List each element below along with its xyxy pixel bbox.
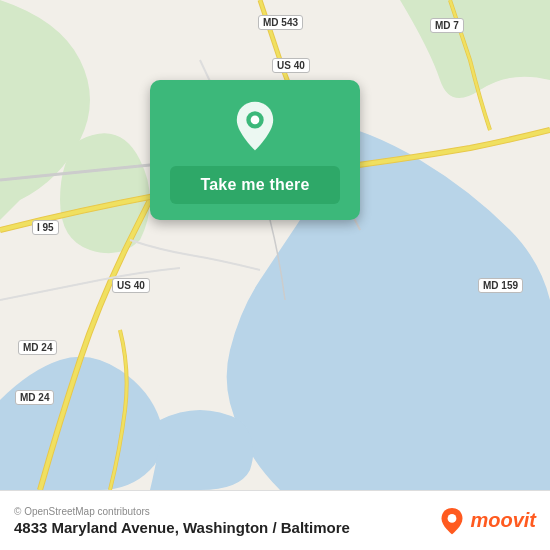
address-text: 4833 Maryland Avenue, Washington / Balti… xyxy=(14,519,350,536)
road-label-i95: I 95 xyxy=(32,220,59,235)
road-label-md24b: MD 24 xyxy=(15,390,54,405)
road-label-md24a: MD 24 xyxy=(18,340,57,355)
svg-point-3 xyxy=(448,514,457,523)
map-container: I 95 MD 24 MD 24 US 40 US 40 MD 543 MD 7… xyxy=(0,0,550,490)
copyright-text: © OpenStreetMap contributors xyxy=(14,506,350,517)
road-label-md7: MD 7 xyxy=(430,18,464,33)
road-label-md543: MD 543 xyxy=(258,15,303,30)
moovit-brand-text: moovit xyxy=(470,509,536,532)
road-label-us40b: US 40 xyxy=(112,278,150,293)
road-label-us40a: US 40 xyxy=(272,58,310,73)
map-svg xyxy=(0,0,550,490)
location-pin-icon xyxy=(229,100,281,152)
moovit-logo: moovit xyxy=(438,507,536,535)
bottom-info: © OpenStreetMap contributors 4833 Maryla… xyxy=(14,506,350,536)
road-label-md159: MD 159 xyxy=(478,278,523,293)
take-me-there-button[interactable]: Take me there xyxy=(170,166,340,204)
location-card: Take me there xyxy=(150,80,360,220)
moovit-pin-icon xyxy=(438,507,466,535)
bottom-bar: © OpenStreetMap contributors 4833 Maryla… xyxy=(0,490,550,550)
svg-point-2 xyxy=(251,116,260,125)
